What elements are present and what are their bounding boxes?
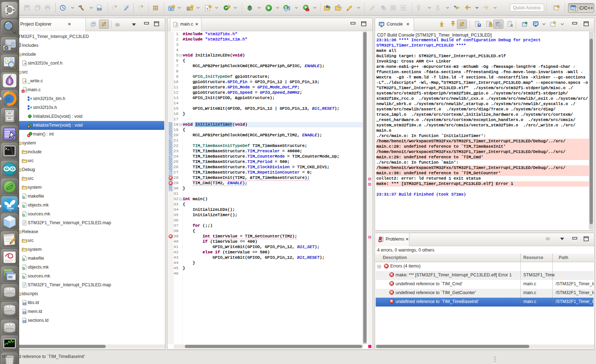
svg-text:C: C <box>170 7 172 11</box>
svg-text:c: c <box>206 7 208 10</box>
svg-text:LD: LD <box>23 311 26 314</box>
svg-text:¶: ¶ <box>403 6 404 10</box>
svg-text:Tools: Tools <box>9 210 12 211</box>
svg-text:.c: .c <box>23 80 26 83</box>
svg-text:010: 010 <box>97 8 101 11</box>
svg-text:.c: .c <box>174 24 177 27</box>
svg-text:.h: .h <box>23 62 26 65</box>
svg-text:C: C <box>574 7 576 11</box>
svg-text:LD: LD <box>23 320 26 322</box>
svg-text:LD: LD <box>23 303 26 305</box>
